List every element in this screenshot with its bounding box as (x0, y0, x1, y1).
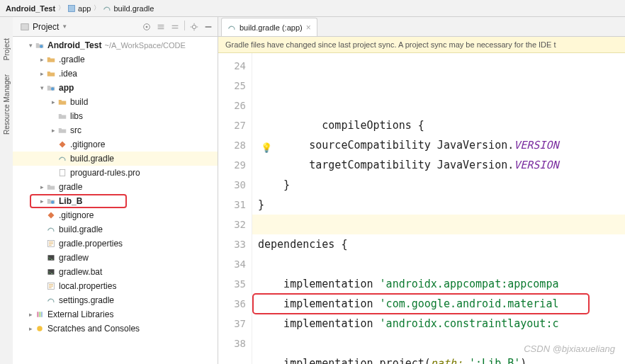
project-view-selector[interactable]: Project ▼ (16, 22, 140, 32)
tab-build-gradle[interactable]: build.gradle (:app) × (221, 18, 317, 36)
breadcrumb-project[interactable]: Android_Test (6, 4, 55, 13)
tree-item-proguard-rules-pro[interactable]: proguard-rules.pro (13, 166, 218, 180)
tree-item-gradlew[interactable]: gradlew (13, 251, 218, 265)
project-icon (20, 22, 30, 32)
tree-item-lib-b[interactable]: ▸Lib_B (13, 194, 218, 208)
tree-item-src[interactable]: ▸src (13, 123, 218, 137)
tree-item-gradlew-bat[interactable]: gradlew.bat (13, 265, 218, 279)
tree-item-local-properties[interactable]: local.properties (13, 279, 218, 293)
file-icon (45, 225, 57, 234)
watermark: CSDN @bjxiaxueliang (524, 343, 615, 354)
project-panel: Project ▼ ▾Android_Test~/A_WorkSpace/COD… (13, 17, 218, 364)
file-icon (45, 84, 57, 92)
select-opened-file-icon[interactable] (140, 21, 153, 33)
svg-point-3 (146, 25, 148, 28)
tree-item-build-gradle[interactable]: build.gradle (13, 222, 218, 237)
file-icon (57, 140, 68, 149)
line-numbers: 242526272829303132333435363738 (218, 53, 252, 364)
svg-rect-7 (60, 170, 65, 176)
hide-icon[interactable] (202, 21, 215, 33)
sync-banner[interactable]: Gradle files have changed since last pro… (218, 37, 625, 53)
project-tree[interactable]: ▾Android_Test~/A_WorkSpace/CODE▸.gradle▸… (13, 37, 218, 364)
svg-point-5 (40, 45, 43, 48)
file-icon (57, 98, 68, 106)
file-icon (57, 112, 68, 120)
gradle-icon (103, 4, 111, 13)
file-icon (45, 183, 57, 191)
tree-item-gradle-properties[interactable]: gradle.properties (13, 237, 218, 251)
lightbulb-icon[interactable]: 💡 (261, 138, 272, 158)
rail-resource-manager[interactable]: Resource Manager (3, 74, 11, 135)
settings-icon[interactable] (188, 21, 201, 33)
editor-area: build.gradle (:app) × Gradle files have … (218, 17, 625, 364)
file-icon (34, 324, 45, 333)
expand-all-icon[interactable] (154, 21, 167, 33)
file-icon (57, 154, 68, 163)
svg-rect-13 (37, 312, 38, 317)
tree-item-settings-gradle[interactable]: settings.gradle (13, 293, 218, 307)
code-editor[interactable]: 💡 compileOptions { sourceCompatibility J… (252, 53, 625, 364)
tree-root[interactable]: ▾Android_Test~/A_WorkSpace/CODE (13, 38, 218, 52)
file-icon (45, 211, 57, 220)
tree-item-external-libraries[interactable]: ▸External Libraries (13, 307, 218, 322)
tree-item-scratches-and-consoles[interactable]: ▸Scratches and Consoles (13, 322, 218, 336)
tree-item-build-gradle[interactable]: build.gradle (13, 152, 218, 166)
file-icon (45, 268, 57, 276)
breadcrumb-module[interactable]: app (67, 4, 91, 13)
close-icon[interactable]: × (306, 23, 311, 33)
file-icon (45, 282, 57, 290)
collapse-all-icon[interactable] (169, 21, 181, 33)
tree-item--gitignore[interactable]: .gitignore (13, 137, 218, 152)
svg-point-4 (192, 25, 196, 28)
editor-tabs: build.gradle (:app) × (218, 17, 625, 37)
file-icon (34, 310, 45, 319)
separator (184, 21, 185, 30)
tree-item--gradle[interactable]: ▸.gradle (13, 52, 218, 67)
file-icon (45, 239, 57, 248)
file-icon (45, 69, 57, 78)
gradle-icon (227, 23, 236, 32)
module-icon (67, 4, 76, 13)
breadcrumb: Android_Test 〉 app 〉 build.gradle (0, 0, 625, 17)
chevron-right-icon: 〉 (58, 4, 64, 13)
svg-point-6 (51, 87, 55, 91)
svg-point-8 (51, 200, 55, 204)
svg-rect-0 (69, 5, 75, 11)
chevron-right-icon: 〉 (94, 4, 100, 13)
tool-rails: Project Resource Manager (0, 17, 13, 364)
tree-item--gitignore[interactable]: .gitignore (13, 208, 218, 222)
file-icon (45, 197, 57, 205)
tab-label: build.gradle (:app) (240, 23, 303, 32)
project-panel-header: Project ▼ (13, 17, 218, 37)
svg-rect-15 (41, 312, 43, 317)
svg-point-16 (37, 326, 43, 331)
tree-item-app[interactable]: ▾app (13, 81, 218, 95)
tree-item--idea[interactable]: ▸.idea (13, 67, 218, 81)
tree-item-build[interactable]: ▸build (13, 95, 218, 109)
file-icon (45, 296, 57, 305)
rail-project[interactable]: Project (3, 38, 11, 60)
tree-item-libs[interactable]: libs (13, 109, 218, 123)
tree-item-gradle[interactable]: ▸gradle (13, 180, 218, 194)
file-icon (45, 254, 57, 262)
svg-rect-1 (21, 23, 29, 30)
file-icon (45, 55, 57, 64)
file-icon (57, 169, 68, 177)
chevron-down-icon: ▼ (62, 23, 67, 30)
file-icon (57, 126, 68, 135)
svg-rect-14 (39, 312, 40, 317)
breadcrumb-file[interactable]: build.gradle (103, 4, 154, 13)
